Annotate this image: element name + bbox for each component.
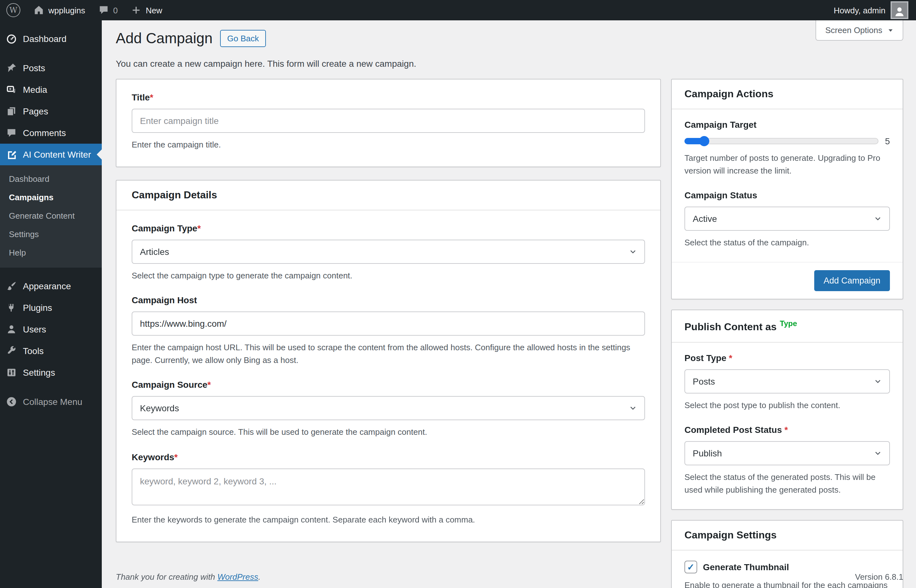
avatar[interactable] [890,1,908,19]
completed-post-status-help: Select the status of the generated posts… [685,471,890,497]
campaign-source-help: Select the campaign source. This will be… [132,426,645,439]
campaign-target-label: Campaign Target [685,120,890,130]
type-badge: Type [780,320,797,328]
pin-icon [6,62,17,74]
required-marker: * [729,352,733,363]
campaign-actions-card: Campaign Actions Campaign Target 5 [671,79,903,300]
new-label: New [146,5,162,15]
media-icon [6,84,17,95]
required-marker: * [207,380,211,390]
content-area: Screen Options Add Campaign Go Back You … [102,20,916,588]
sidebar-label: Pages [23,106,48,116]
post-type-help: Select the post type to publish the cont… [685,399,890,412]
collapse-arrow-icon [6,396,17,407]
sidebar-label: Dashboard [23,34,66,44]
pages-icon [6,105,17,117]
new-content-menu[interactable]: New [124,0,168,20]
sidebar-item-plugins[interactable]: Plugins [0,297,102,318]
submenu-item-generate-content[interactable]: Generate Content [0,207,102,225]
campaign-source-label: Campaign Source* [132,380,645,390]
sidebar-item-posts[interactable]: Posts [0,57,102,79]
completed-post-status-select[interactable]: Publish [685,441,890,465]
ai-content-writer-submenu: Dashboard Campaigns Generate Content Set… [0,165,102,268]
sidebar-item-ai-content-writer[interactable]: AI Content Writer [0,144,102,165]
comment-count: 0 [113,5,118,15]
title-label: Title* [132,92,645,102]
campaign-host-input[interactable] [132,312,645,336]
comments-icon [6,127,17,139]
campaign-host-label: Campaign Host [132,295,645,305]
keywords-help: Enter the keywords to generate the campa… [132,513,645,526]
required-marker: * [784,425,788,435]
wordpress-admin: W wpplugins 0 New Howdy, admin Dashboard [0,0,916,588]
plus-icon [130,5,142,16]
wp-logo-menu[interactable]: W [0,0,27,20]
sidebar-item-appearance[interactable]: Appearance [0,275,102,297]
home-icon [33,5,45,16]
campaign-type-select[interactable]: Articles [132,240,645,264]
screen-options-button[interactable]: Screen Options [816,20,903,41]
campaign-status-help: Select the status of the campaign. [685,236,890,249]
sidebar-item-users[interactable]: Users [0,318,102,340]
plug-icon [6,302,17,313]
howdy-text[interactable]: Howdy, admin [833,5,885,15]
publish-content-heading: Publish Content asType [672,310,903,342]
campaign-target-help: Target number of posts to generate. Upgr… [685,152,890,178]
sidebar-item-comments[interactable]: Comments [0,122,102,144]
sidebar-item-media[interactable]: Media [0,79,102,100]
required-marker: * [150,92,153,102]
generate-thumbnail-label: Generate Thumbnail [703,562,789,572]
sidebar-item-pages[interactable]: Pages [0,100,102,122]
sidebar-label: Collapse Menu [23,397,83,407]
settings-sliders-icon [6,367,17,378]
edit-page-icon [6,149,17,160]
page-intro: You can create a new campaign here. This… [116,58,903,69]
site-name-link[interactable]: wpplugins [27,0,92,20]
publish-content-card: Publish Content asType Post Type * Posts [671,310,903,510]
footer-thanks: Thank you for creating with WordPress. [116,572,261,582]
comment-bubble-icon [98,5,109,16]
comments-shortcut[interactable]: 0 [92,0,124,20]
campaign-host-help: Enter the campaign host URL. This will b… [132,341,645,367]
submenu-item-settings[interactable]: Settings [0,225,102,244]
dashboard-gauge-icon [6,33,17,45]
keywords-textarea[interactable] [132,468,645,505]
sidebar-label: AI Content Writer [23,149,91,160]
campaign-status-select[interactable]: Active [685,207,890,231]
campaign-details-card: Campaign Details Campaign Type* Articles [116,180,661,542]
campaign-source-select[interactable]: Keywords [132,396,645,420]
sidebar-label: Tools [23,346,44,356]
site-name: wpplugins [49,5,85,15]
wrench-icon [6,345,17,357]
campaign-type-help: Select the campaign type to generate the… [132,270,645,282]
sidebar-label: Posts [23,63,45,73]
wordpress-logo-icon: W [6,3,20,17]
submenu-item-campaigns[interactable]: Campaigns [0,188,102,207]
sidebar-item-dashboard[interactable]: Dashboard [0,28,102,50]
keywords-label: Keywords* [132,452,645,462]
add-campaign-button[interactable]: Add Campaign [814,270,890,291]
campaign-target-slider[interactable] [685,138,879,144]
slider-thumb[interactable] [699,136,710,146]
paintbrush-icon [6,280,17,292]
generate-thumbnail-checkbox[interactable]: ✓ [685,561,697,573]
submenu-item-dashboard[interactable]: Dashboard [0,170,102,188]
footer-version: Version 6.8.1 [855,572,903,582]
required-marker: * [174,452,178,462]
go-back-button[interactable]: Go Back [220,30,266,47]
sidebar-label: Plugins [23,302,52,313]
sidebar-item-tools[interactable]: Tools [0,340,102,362]
sidebar-label: Appearance [23,281,71,291]
campaign-type-label: Campaign Type* [132,223,645,233]
submenu-item-help[interactable]: Help [0,244,102,262]
campaign-actions-heading: Campaign Actions [672,79,903,109]
post-type-label: Post Type * [685,352,890,363]
post-type-select[interactable]: Posts [685,369,890,393]
screen-options-label: Screen Options [825,26,882,35]
campaign-title-input[interactable] [132,109,645,133]
campaign-settings-heading: Campaign Settings [672,521,903,551]
admin-footer: Thank you for creating with WordPress. V… [116,572,903,582]
collapse-menu-button[interactable]: Collapse Menu [0,391,102,412]
wordpress-link[interactable]: WordPress [217,572,258,582]
sidebar-item-settings[interactable]: Settings [0,362,102,383]
